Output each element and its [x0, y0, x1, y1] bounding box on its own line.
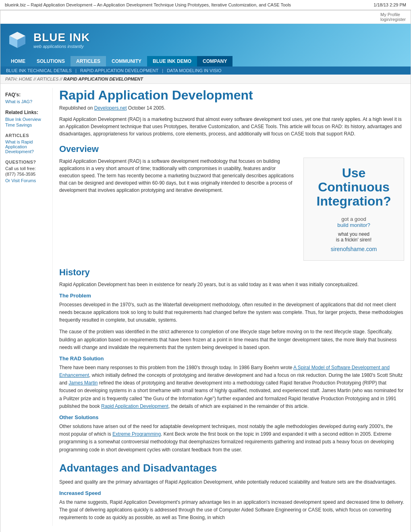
increased-speed-heading: Increased Speed	[59, 490, 404, 496]
other-solutions-heading: Other Solutions	[59, 414, 404, 420]
rad-book-link[interactable]: Rapid Application Development	[101, 403, 168, 409]
logo-icon	[5, 28, 29, 52]
rad-solution-heading: The RAD Solution	[59, 355, 404, 362]
main-content: Rapid Application Development Republishe…	[53, 88, 411, 526]
logo-text: BLUE INK web applications instantly	[33, 31, 90, 49]
secondary-nav-technical[interactable]: BLUE INK TECHNICAL DETAILS	[6, 68, 72, 73]
overview-heading: Overview	[59, 144, 404, 154]
sidebar-blue-ink-overview[interactable]: Blue Ink Overview	[5, 117, 48, 122]
nav-home[interactable]: HOME	[5, 56, 31, 66]
login-register-link[interactable]: login/register	[380, 17, 406, 22]
nav-company[interactable]: COMPANY	[197, 56, 232, 66]
page-title: Rapid Application Development	[59, 88, 404, 103]
republished-line: Republished on Developers.net October 14…	[59, 105, 404, 111]
breadcrumb: PATH: HOME // ARTICLES // RAPID APPLICAT…	[0, 75, 411, 84]
breadcrumb-path-label: PATH:	[5, 77, 18, 81]
sidebar-questions-heading: QUESTIONS?	[5, 160, 48, 164]
breadcrumb-home[interactable]: HOME	[19, 77, 32, 81]
intro-text: Rapid Application Development (RAD) is a…	[59, 116, 404, 137]
history-heading: History	[59, 267, 404, 278]
advantages-heading: Advantages and Disadvantages	[59, 462, 404, 474]
secondary-nav-data-modeling[interactable]: DATA MODELING IN VISIO	[167, 68, 221, 73]
nav-solutions[interactable]: SOLUTIONS	[31, 56, 71, 66]
other-solutions-paragraph: Other solutions have arisen out of the n…	[59, 423, 404, 454]
breadcrumb-articles[interactable]: ARTICLES	[37, 77, 59, 81]
sidebar-faq-section: FAQ's: What is JAG?	[5, 92, 48, 104]
site-header: BLUE INK web applications instantly HOME…	[0, 24, 411, 66]
print-datetime: 1/18/13 2:29 PM	[374, 2, 406, 7]
overview-text: Rapid Application Development (RAD) is a…	[59, 158, 297, 261]
rad-solution-paragraph: There have been many responses to this p…	[59, 364, 404, 410]
problem-heading: The Problem	[59, 293, 404, 299]
secondary-nav-rad[interactable]: RAPID APPLICATION DEVELOPMENT	[80, 68, 158, 73]
logo-tagline: web applications instantly	[33, 44, 90, 49]
problem-text2: The cause of the problem was identified …	[59, 328, 404, 351]
ad-sub1: got a good build monitor?	[312, 216, 396, 228]
ad-siren: what you need is a frickin' siren!	[312, 231, 396, 243]
sidebar-forums-link[interactable]: Or Visit Forums	[5, 178, 48, 183]
sidebar-related-section: Related Links: Blue Ink Overview Time Sa…	[5, 110, 48, 127]
extreme-programming-link[interactable]: Extreme Programming	[112, 431, 161, 437]
nav-bar: HOME SOLUTIONS ARTICLES COMMUNITY BLUE I…	[5, 56, 406, 66]
increased-speed-text: As the name suggests, Rapid Application …	[59, 499, 404, 522]
history-text: Rapid Application Development has been i…	[59, 281, 404, 289]
ad-headline: Use Continuous Integration?	[312, 166, 396, 209]
sidebar-what-is-rad[interactable]: What is Rapid Application Development?	[5, 139, 48, 154]
ad-box: Use Continuous Integration? got a good b…	[303, 158, 404, 261]
secondary-nav: BLUE INK TECHNICAL DETAILS | RAPID APPLI…	[0, 66, 411, 75]
my-profile-text: My Profile login/register	[380, 12, 406, 22]
problem-text1: Processes developed in the 1970's, such …	[59, 301, 404, 324]
sidebar-faq-heading: FAQ's:	[5, 92, 48, 98]
logo-area: BLUE INK web applications instantly	[5, 28, 406, 52]
sidebar-articles-heading: ARTICLES	[5, 133, 48, 138]
ad-build-monitor-link[interactable]: build monitor?	[337, 222, 370, 228]
sidebar-time-savings[interactable]: Time Savings	[5, 123, 48, 127]
ad-url[interactable]: sirenofshame.com	[312, 246, 396, 252]
sidebar-articles-section: ARTICLES What is Rapid Application Devel…	[5, 133, 48, 154]
sidebar-what-is-jag[interactable]: What is JAG?	[5, 99, 48, 104]
james-martin-link[interactable]: James Martin	[68, 380, 98, 386]
nav-community[interactable]: COMMUNITY	[106, 56, 147, 66]
advantages-intro: Speed and quality are the primary advant…	[59, 478, 404, 486]
sidebar: FAQ's: What is JAG? Related Links: Blue …	[0, 88, 53, 526]
print-header: blueink.biz – Rapid Application Developm…	[0, 0, 411, 10]
sidebar-questions-section: QUESTIONS? Call us toll free: (877) 756-…	[5, 160, 48, 183]
developers-net-link[interactable]: Developers.net	[94, 105, 127, 111]
nav-articles[interactable]: ARTICLES	[71, 56, 106, 66]
page-wrapper: My Profile login/register BLUE INK web a…	[0, 10, 411, 532]
content-area: FAQ's: What is JAG? Related Links: Blue …	[0, 84, 411, 530]
sidebar-phone: (877) 756-3595	[5, 172, 48, 177]
print-title: blueink.biz – Rapid Application Developm…	[5, 2, 291, 7]
sidebar-phone-label: Call us toll free:	[5, 166, 48, 171]
sidebar-related-heading: Related Links:	[5, 110, 48, 115]
top-bar: My Profile login/register	[0, 10, 411, 24]
nav-blue-ink-demo[interactable]: BLUE INK DEMO	[147, 56, 197, 66]
logo-brand: BLUE INK	[33, 31, 90, 44]
overview-row: Rapid Application Development (RAD) is a…	[59, 158, 404, 261]
breadcrumb-current: RAPID APPLICATION DEVELOPMENT	[63, 77, 143, 81]
